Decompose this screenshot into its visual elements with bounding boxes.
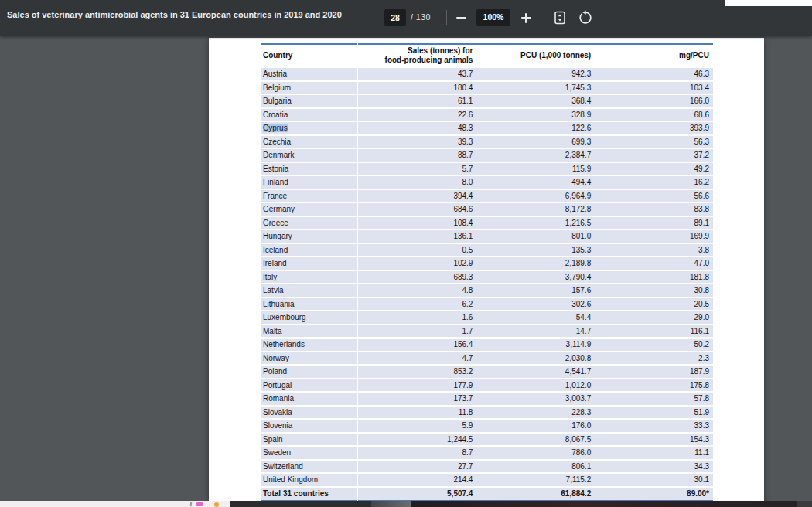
table-row: Iceland0.5135.33.8 (261, 243, 713, 257)
country-cell: France (261, 189, 357, 202)
pcu-cell: 135.3 (479, 243, 595, 257)
table-row: Bulgaria61.1368.4166.0 (261, 94, 713, 107)
mg-cell: 166.0 (595, 94, 713, 107)
total-row: Total 31 countries 5,507.4 61,884.2 89.0… (261, 486, 713, 502)
sales-cell: 173.7 (358, 391, 479, 405)
mg-cell: 34.3 (595, 459, 713, 473)
pcu-cell: 176.0 (479, 418, 595, 432)
mg-cell: 30.8 (595, 283, 713, 297)
sales-cell: 1.6 (358, 310, 479, 324)
sales-cell: 43.7 (358, 66, 479, 80)
pcu-cell: 494.4 (479, 175, 595, 189)
country-cell: Belgium (261, 80, 357, 94)
sales-cell: 214.4 (358, 472, 479, 486)
sales-cell: 689.3 (358, 270, 479, 284)
table-body: Austria43.7942.346.3Belgium180.41,745.31… (261, 66, 713, 486)
country-cell: Netherlands (261, 337, 357, 351)
pcu-cell: 2,189.8 (479, 256, 595, 270)
pcu-cell: 801.0 (479, 229, 595, 243)
country-label: Estonia (263, 165, 288, 173)
fit-to-page-button[interactable] (551, 9, 569, 27)
sales-cell: 136.1 (358, 229, 479, 243)
mg-cell: 83.8 (595, 202, 713, 216)
pcu-cell: 328.9 (479, 107, 595, 121)
zoom-out-button[interactable] (452, 9, 470, 27)
pdf-page: Country Sales (tonnes) for food-producin… (209, 38, 764, 501)
country-cell: Italy (261, 270, 357, 284)
pcu-cell: 1,745.3 (479, 80, 595, 94)
country-cell: Latvia (261, 283, 357, 297)
table-header-row: Country Sales (tonnes) for food-producin… (261, 43, 713, 66)
country-cell: Sweden (261, 445, 357, 459)
table-row: Croatia22.6328.968.6 (261, 107, 713, 121)
sales-cell: 22.6 (358, 107, 479, 121)
pcu-cell: 3,114.9 (479, 337, 595, 351)
mg-cell: 33.3 (595, 418, 713, 432)
sales-cell: 27.7 (358, 459, 479, 473)
total-pcu-cell: 61,884.2 (479, 486, 595, 502)
table-row: Lithuania6.2302.620.5 (261, 297, 713, 311)
country-label: Romania (263, 394, 294, 403)
zoom-level[interactable]: 100% (476, 9, 510, 26)
pcu-cell: 8,067.5 (479, 432, 595, 446)
country-cell: Hungary (261, 229, 357, 243)
minus-icon (456, 17, 466, 19)
rotate-button[interactable] (576, 9, 595, 27)
background-window-strip-dark (230, 501, 371, 507)
sales-cell: 4.7 (358, 351, 479, 365)
table-row: Denmark88.72,384.737.2 (261, 148, 713, 162)
sales-cell: 88.7 (358, 148, 479, 162)
mg-cell: 89.1 (595, 216, 713, 230)
pcu-cell: 942.3 (479, 66, 595, 80)
mg-cell: 50.2 (595, 337, 713, 351)
sales-cell: 5.9 (358, 418, 479, 432)
table-row: Spain1,244.58,067.5154.3 (261, 432, 713, 446)
pcu-cell: 54.4 (479, 310, 595, 324)
table-row: Italy689.33,790.4181.8 (261, 270, 713, 284)
table-row: Slovenia5.9176.033.3 (261, 418, 713, 432)
mg-cell: 20.5 (595, 297, 713, 311)
country-cell: Portugal (261, 378, 357, 392)
country-label: Lithuania (263, 300, 295, 308)
country-label: Malta (263, 327, 281, 335)
toolbar-divider (446, 10, 447, 25)
mg-cell: 46.3 (595, 66, 713, 80)
sales-cell: 61.1 (358, 94, 479, 107)
pcu-cell: 228.3 (479, 405, 595, 419)
pcu-cell: 1,012.0 (479, 378, 595, 392)
mg-cell: 187.9 (595, 364, 713, 378)
country-cell: Finland (261, 175, 357, 189)
mg-cell: 175.8 (595, 378, 713, 392)
country-label: Spain (263, 435, 283, 444)
country-label: Hungary (263, 232, 292, 240)
header-sales-line1: Sales (tonnes) for (408, 46, 473, 55)
country-cell: Denmark (261, 148, 357, 162)
mg-cell: 11.1 (595, 445, 713, 459)
table-row: Poland853.24,541.7187.9 (261, 364, 713, 378)
table-row: Belgium180.41,745.3103.4 (261, 80, 713, 94)
country-cell: Germany (261, 202, 357, 216)
table-row: Germany684.68,172.883.8 (261, 202, 713, 216)
taskbar-orange-icon (214, 502, 219, 507)
country-cell: Bulgaria (261, 94, 357, 107)
country-cell: Slovakia (261, 405, 357, 419)
zoom-in-button[interactable] (517, 9, 535, 27)
sales-cell: 1,244.5 (358, 432, 479, 446)
sales-cell: 853.2 (358, 364, 479, 378)
mg-cell: 56.3 (595, 134, 713, 148)
pcu-cell: 3,003.7 (479, 391, 595, 405)
table-row: Finland8.0494.416.2 (261, 175, 713, 189)
country-cell: Spain (261, 432, 357, 446)
mg-cell: 51.9 (595, 405, 713, 419)
total-sales-cell: 5,507.4 (358, 486, 479, 502)
country-label: Iceland (263, 246, 288, 254)
mg-cell: 47.0 (595, 256, 713, 270)
sales-cell: 4.8 (358, 283, 479, 297)
page-number-input[interactable] (384, 9, 406, 26)
mg-cell: 103.4 (595, 80, 713, 94)
sales-cell: 48.3 (358, 121, 479, 134)
country-label: Norway (263, 354, 289, 362)
mg-cell: 2.3 (595, 351, 713, 365)
sales-cell: 5.7 (358, 162, 479, 175)
pcu-cell: 157.6 (479, 283, 595, 297)
